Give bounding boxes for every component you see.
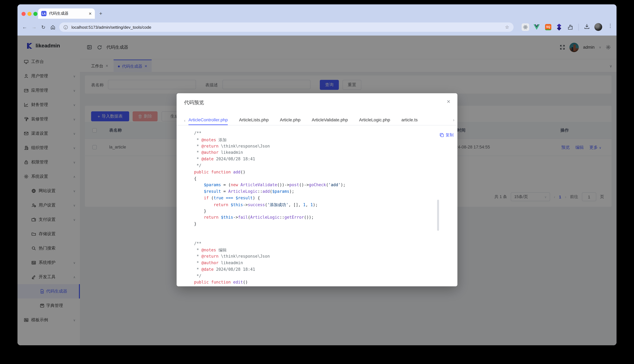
browser-tab-title: 代码生成器 <box>49 11 88 16</box>
code-line: * @author likeadmin <box>194 260 445 267</box>
code-file-tab-ArticleLists.php[interactable]: ArticleLists.php <box>239 116 269 125</box>
modal-title: 代码预览 <box>184 100 204 106</box>
vue-devtools-icon[interactable] <box>533 24 540 31</box>
code-line <box>194 228 445 234</box>
code-line: * @date 2024/08/28 18:41 <box>194 156 445 163</box>
modal-close-icon[interactable]: ✕ <box>447 99 450 104</box>
home-icon[interactable] <box>48 24 58 30</box>
close-window-button[interactable] <box>22 12 26 16</box>
code-viewer[interactable]: /** * @notes 添加 * @return \think\respons… <box>194 131 445 286</box>
site-info-icon[interactable]: i <box>64 25 68 29</box>
browser-profile-avatar[interactable] <box>594 23 602 31</box>
minimize-window-button[interactable] <box>28 12 32 16</box>
url-text: localhost:5173/admin/setting/dev_tools/c… <box>72 25 505 30</box>
sq-extension-icon[interactable]: SQ <box>544 24 552 31</box>
tabs-scroll-left-icon[interactable]: ‹ <box>184 118 188 123</box>
code-preview-modal: 代码预览 ✕ ‹ ArticleController.phpArticleLis… <box>176 93 458 286</box>
code-file-tabs: ‹ ArticleController.phpArticleLists.phpA… <box>184 116 450 125</box>
reload-icon[interactable]: ↻ <box>39 24 48 30</box>
zoom-window-button[interactable] <box>34 12 38 16</box>
copy-icon <box>440 133 444 137</box>
code-line: /** <box>194 241 445 248</box>
code-line: return $this->fail(ArticleLogic::getErro… <box>194 215 445 222</box>
code-file-tab-Article.php[interactable]: Article.php <box>280 116 300 125</box>
url-bar[interactable]: i localhost:5173/admin/setting/dev_tools… <box>59 22 514 32</box>
downloads-icon[interactable] <box>584 24 590 30</box>
browser-chrome: LA 代码生成器 ✕ + ← → ↻ i localhost:5173/admi… <box>18 4 616 36</box>
code-line: } <box>194 208 445 215</box>
code-file-tab-ArticleController.php[interactable]: ArticleController.php <box>188 116 228 125</box>
browser-tab[interactable]: LA 代码生成器 ✕ <box>38 8 95 19</box>
new-tab-button[interactable]: + <box>99 10 102 17</box>
code-line: public function edit() <box>194 280 445 286</box>
code-line: */ <box>194 274 445 280</box>
tabs-divider <box>176 125 458 126</box>
code-line: public function add() <box>194 170 445 176</box>
bookmark-star-icon[interactable]: ☆ <box>505 24 509 30</box>
code-line: if (true === $result) { <box>194 196 445 202</box>
back-icon[interactable]: ← <box>20 24 29 30</box>
code-line: { <box>194 176 445 182</box>
react-devtools-icon[interactable] <box>522 24 529 31</box>
code-line: $params = (new ArticleValidate())->post(… <box>194 182 445 189</box>
code-file-tab-ArticleLogic.php[interactable]: ArticleLogic.php <box>359 116 390 125</box>
tab-close-icon[interactable]: ✕ <box>88 12 92 16</box>
code-line: $result = ArticleLogic::add($params); <box>194 189 445 196</box>
forward-icon[interactable]: → <box>29 24 39 30</box>
code-line: } <box>194 222 445 228</box>
code-file-tab-ArticleValidate.php[interactable]: ArticleValidate.php <box>312 116 348 125</box>
copy-button[interactable]: 复制 <box>440 132 454 138</box>
code-line: /** <box>194 131 445 137</box>
browser-window: LA 代码生成器 ✕ + ← → ↻ i localhost:5173/admi… <box>18 4 616 345</box>
diamond-extension-icon[interactable] <box>555 24 563 31</box>
tabs-scroll-right-icon[interactable]: › <box>453 118 458 122</box>
code-scrollbar-thumb[interactable] <box>437 200 439 231</box>
desktop: LA 代码生成器 ✕ + ← → ↻ i localhost:5173/admi… <box>0 0 634 364</box>
code-line: * @notes 添加 <box>194 137 445 144</box>
code-line: * @return \think\response\Json <box>194 144 445 150</box>
copy-label: 复制 <box>446 132 454 138</box>
code-file-tab-article.ts[interactable]: article.ts <box>402 116 418 125</box>
code-line: * @date 2024/08/28 18:41 <box>194 267 445 274</box>
code-line: * @notes 编辑 <box>194 248 445 254</box>
code-line: return $this->success('添加成功', [], 1, 1); <box>194 202 445 209</box>
toolbar-separator <box>578 24 579 30</box>
code-line: */ <box>194 163 445 170</box>
favicon: LA <box>41 11 46 16</box>
puzzle-extensions-icon[interactable] <box>566 24 574 31</box>
browser-menu-icon[interactable]: ⋮ <box>608 23 613 29</box>
code-line <box>194 234 445 241</box>
code-line: * @return \think\response\Json <box>194 254 445 260</box>
code-line: * @author likeadmin <box>194 150 445 157</box>
